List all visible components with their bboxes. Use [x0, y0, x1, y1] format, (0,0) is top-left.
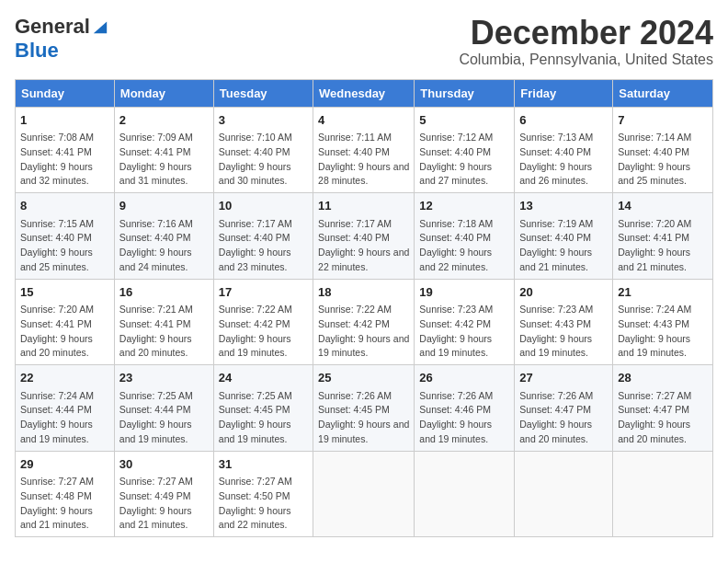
calendar-cell: 15Sunrise: 7:20 AMSunset: 4:41 PMDayligh…: [16, 279, 115, 365]
calendar-cell: 12Sunrise: 7:18 AMSunset: 4:40 PMDayligh…: [415, 193, 515, 280]
day-detail: Sunrise: 7:23 AMSunset: 4:43 PMDaylight:…: [519, 303, 608, 361]
calendar-cell: 29Sunrise: 7:27 AMSunset: 4:48 PMDayligh…: [16, 451, 115, 537]
day-number: 16: [119, 283, 209, 302]
subtitle: Columbia, Pennsylvania, United States: [459, 52, 713, 68]
title-block: December 2024 Columbia, Pennsylvania, Un…: [459, 15, 713, 68]
day-number: 9: [119, 197, 209, 215]
day-detail: Sunrise: 7:26 AMSunset: 4:47 PMDaylight:…: [519, 389, 608, 447]
calendar-cell: 27Sunrise: 7:26 AMSunset: 4:47 PMDayligh…: [515, 365, 613, 452]
calendar-week-row: 8Sunrise: 7:15 AMSunset: 4:40 PMDaylight…: [16, 193, 713, 280]
day-number: 20: [519, 283, 608, 302]
calendar-cell: 20Sunrise: 7:23 AMSunset: 4:43 PMDayligh…: [515, 279, 613, 365]
calendar-cell: 25Sunrise: 7:26 AMSunset: 4:45 PMDayligh…: [313, 365, 415, 452]
calendar-week-row: 22Sunrise: 7:24 AMSunset: 4:44 PMDayligh…: [16, 365, 713, 452]
calendar-cell: 2Sunrise: 7:09 AMSunset: 4:41 PMDaylight…: [114, 107, 213, 193]
calendar-cell: 16Sunrise: 7:21 AMSunset: 4:41 PMDayligh…: [114, 279, 213, 365]
day-number: 22: [20, 369, 109, 387]
calendar-cell: 4Sunrise: 7:11 AMSunset: 4:40 PMDaylight…: [313, 107, 415, 193]
calendar-cell: 5Sunrise: 7:12 AMSunset: 4:40 PMDaylight…: [415, 107, 515, 193]
day-number: 31: [219, 455, 308, 474]
day-detail: Sunrise: 7:16 AMSunset: 4:40 PMDaylight:…: [119, 217, 209, 275]
day-number: 14: [618, 197, 708, 215]
calendar-cell: 8Sunrise: 7:15 AMSunset: 4:40 PMDaylight…: [16, 193, 115, 280]
day-detail: Sunrise: 7:26 AMSunset: 4:45 PMDaylight:…: [318, 389, 409, 447]
calendar-cell: 19Sunrise: 7:23 AMSunset: 4:42 PMDayligh…: [415, 279, 515, 365]
day-number: 11: [318, 197, 409, 215]
day-number: 21: [618, 283, 708, 302]
day-detail: Sunrise: 7:18 AMSunset: 4:40 PMDaylight:…: [419, 217, 509, 275]
day-number: 13: [519, 197, 608, 215]
day-number: 29: [20, 455, 109, 474]
day-detail: Sunrise: 7:25 AMSunset: 4:45 PMDaylight:…: [219, 389, 308, 447]
day-detail: Sunrise: 7:24 AMSunset: 4:44 PMDaylight:…: [20, 389, 109, 447]
day-detail: Sunrise: 7:08 AMSunset: 4:41 PMDaylight:…: [20, 131, 109, 189]
logo-triangle-icon: [92, 18, 108, 35]
day-detail: Sunrise: 7:19 AMSunset: 4:40 PMDaylight:…: [519, 217, 608, 275]
logo: General Blue: [15, 15, 108, 63]
day-detail: Sunrise: 7:23 AMSunset: 4:42 PMDaylight:…: [419, 303, 509, 361]
column-header-sunday: Sunday: [16, 79, 115, 107]
day-detail: Sunrise: 7:20 AMSunset: 4:41 PMDaylight:…: [618, 217, 708, 275]
calendar-cell: [415, 451, 515, 537]
calendar-cell: 31Sunrise: 7:27 AMSunset: 4:50 PMDayligh…: [213, 451, 313, 537]
day-number: 8: [20, 197, 109, 215]
day-number: 18: [318, 283, 409, 302]
day-number: 1: [20, 111, 109, 130]
calendar-cell: 13Sunrise: 7:19 AMSunset: 4:40 PMDayligh…: [515, 193, 613, 280]
day-number: 28: [618, 369, 708, 387]
day-number: 26: [419, 369, 509, 387]
day-number: 19: [419, 283, 509, 302]
calendar-cell: [515, 451, 613, 537]
column-header-saturday: Saturday: [613, 79, 713, 107]
calendar-cell: 11Sunrise: 7:17 AMSunset: 4:40 PMDayligh…: [313, 193, 415, 280]
svg-marker-0: [94, 22, 107, 34]
logo-general-text: General: [15, 15, 90, 39]
calendar-header-row: SundayMondayTuesdayWednesdayThursdayFrid…: [16, 79, 713, 107]
day-detail: Sunrise: 7:15 AMSunset: 4:40 PMDaylight:…: [20, 217, 109, 275]
calendar-cell: 30Sunrise: 7:27 AMSunset: 4:49 PMDayligh…: [114, 451, 213, 537]
calendar-cell: 24Sunrise: 7:25 AMSunset: 4:45 PMDayligh…: [213, 365, 313, 452]
day-detail: Sunrise: 7:27 AMSunset: 4:47 PMDaylight:…: [618, 389, 708, 447]
day-detail: Sunrise: 7:09 AMSunset: 4:41 PMDaylight:…: [119, 131, 209, 189]
day-detail: Sunrise: 7:27 AMSunset: 4:48 PMDaylight:…: [20, 475, 109, 533]
page-header: General Blue December 2024 Columbia, Pen…: [15, 15, 713, 68]
day-detail: Sunrise: 7:21 AMSunset: 4:41 PMDaylight:…: [119, 303, 209, 361]
day-detail: Sunrise: 7:17 AMSunset: 4:40 PMDaylight:…: [219, 217, 308, 275]
calendar-cell: 6Sunrise: 7:13 AMSunset: 4:40 PMDaylight…: [515, 107, 613, 193]
column-header-monday: Monday: [114, 79, 213, 107]
calendar-cell: 7Sunrise: 7:14 AMSunset: 4:40 PMDaylight…: [613, 107, 713, 193]
calendar-table: SundayMondayTuesdayWednesdayThursdayFrid…: [15, 79, 713, 538]
calendar-cell: 18Sunrise: 7:22 AMSunset: 4:42 PMDayligh…: [313, 279, 415, 365]
day-detail: Sunrise: 7:22 AMSunset: 4:42 PMDaylight:…: [318, 303, 409, 361]
day-detail: Sunrise: 7:11 AMSunset: 4:40 PMDaylight:…: [318, 131, 409, 189]
calendar-week-row: 15Sunrise: 7:20 AMSunset: 4:41 PMDayligh…: [16, 279, 713, 365]
day-number: 2: [119, 111, 209, 130]
calendar-cell: [613, 451, 713, 537]
day-detail: Sunrise: 7:10 AMSunset: 4:40 PMDaylight:…: [219, 131, 308, 189]
day-detail: Sunrise: 7:13 AMSunset: 4:40 PMDaylight:…: [519, 131, 608, 189]
column-header-thursday: Thursday: [415, 79, 515, 107]
day-number: 7: [618, 111, 708, 130]
main-title: December 2024: [459, 15, 713, 52]
day-detail: Sunrise: 7:14 AMSunset: 4:40 PMDaylight:…: [618, 131, 708, 189]
day-detail: Sunrise: 7:26 AMSunset: 4:46 PMDaylight:…: [419, 389, 509, 447]
calendar-cell: [313, 451, 415, 537]
calendar-cell: 3Sunrise: 7:10 AMSunset: 4:40 PMDaylight…: [213, 107, 313, 193]
day-number: 23: [119, 369, 209, 387]
calendar-cell: 10Sunrise: 7:17 AMSunset: 4:40 PMDayligh…: [213, 193, 313, 280]
calendar-cell: 21Sunrise: 7:24 AMSunset: 4:43 PMDayligh…: [613, 279, 713, 365]
calendar-cell: 9Sunrise: 7:16 AMSunset: 4:40 PMDaylight…: [114, 193, 213, 280]
calendar-cell: 26Sunrise: 7:26 AMSunset: 4:46 PMDayligh…: [415, 365, 515, 452]
calendar-cell: 14Sunrise: 7:20 AMSunset: 4:41 PMDayligh…: [613, 193, 713, 280]
day-detail: Sunrise: 7:20 AMSunset: 4:41 PMDaylight:…: [20, 303, 109, 361]
day-detail: Sunrise: 7:22 AMSunset: 4:42 PMDaylight:…: [219, 303, 308, 361]
day-number: 3: [219, 111, 308, 130]
day-number: 24: [219, 369, 308, 387]
day-number: 17: [219, 283, 308, 302]
column-header-wednesday: Wednesday: [313, 79, 415, 107]
calendar-cell: 17Sunrise: 7:22 AMSunset: 4:42 PMDayligh…: [213, 279, 313, 365]
day-detail: Sunrise: 7:27 AMSunset: 4:49 PMDaylight:…: [119, 475, 209, 533]
day-number: 15: [20, 283, 109, 302]
day-detail: Sunrise: 7:25 AMSunset: 4:44 PMDaylight:…: [119, 389, 209, 447]
day-number: 25: [318, 369, 409, 387]
